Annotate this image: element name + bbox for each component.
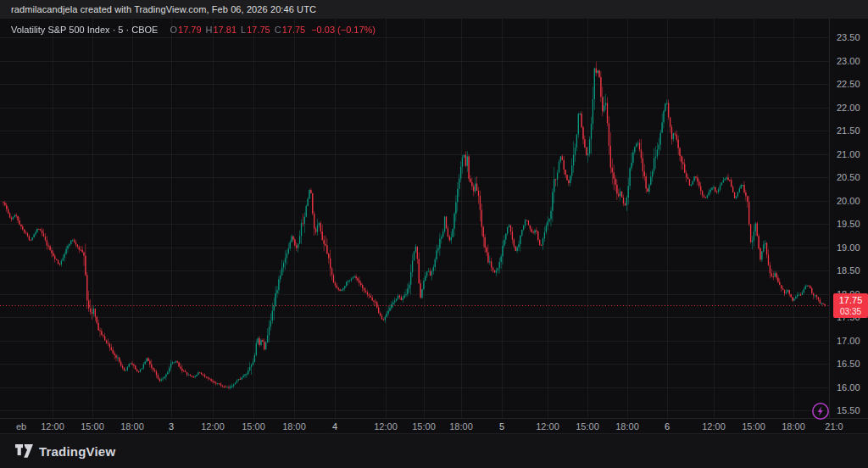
- high-value: 17.81: [214, 25, 237, 35]
- price-axis-label: 23.50: [837, 31, 860, 43]
- time-axis-label: 12:00: [194, 421, 231, 432]
- price-axis-label: 17.00: [837, 335, 860, 347]
- last-price-value: 17.75: [833, 293, 868, 306]
- tradingview-logo[interactable]: TradingView: [15, 443, 115, 460]
- price-axis-label: 21.00: [837, 148, 860, 160]
- time-axis-label: 12:00: [34, 421, 71, 432]
- time-axis-label: 18:00: [114, 421, 151, 432]
- change-value: −0.03 (−0.17%): [311, 25, 376, 35]
- time-axis-label: 18:00: [275, 421, 313, 432]
- chart-legend: Volatility S&P 500 Index · 5 · CBOEO17.7…: [11, 25, 376, 36]
- price-axis-label: 19.50: [837, 218, 860, 230]
- price-axis-label: 16.50: [837, 358, 860, 370]
- price-axis-label: 15.50: [837, 404, 860, 416]
- close-value: 17.75: [282, 25, 306, 35]
- attribution-bar: radmilacandjela created with TradingView…: [0, 0, 868, 19]
- price-axis-label: 23.00: [837, 55, 860, 67]
- low-value: 17.75: [247, 25, 270, 35]
- time-axis-label: 18:00: [609, 421, 646, 432]
- last-price-label: 17.75 03:35: [833, 293, 868, 318]
- attribution-text: radmilacandjela created with TradingView…: [11, 4, 316, 14]
- time-axis-label: 4: [316, 421, 353, 432]
- price-axis-label: 22.00: [837, 102, 860, 114]
- time-axis-label: 21:0: [815, 421, 853, 432]
- time-axis-label: 6: [648, 421, 686, 432]
- price-axis[interactable]: 23.5023.0022.5022.0021.5021.0020.5020.00…: [829, 19, 868, 418]
- price-axis-label: 16.00: [837, 382, 860, 393]
- high-label: H: [206, 25, 213, 35]
- time-axis-label: 12:00: [529, 421, 566, 432]
- open-value: 17.79: [178, 25, 202, 35]
- low-label: L: [241, 25, 246, 35]
- time-axis-label: 15:00: [569, 421, 606, 432]
- time-axis-label: 5: [483, 421, 520, 432]
- price-axis-label: 22.50: [837, 78, 860, 90]
- close-label: C: [275, 25, 281, 35]
- time-axis[interactable]: eb12:0015:0018:00312:0015:0018:00412:001…: [0, 418, 868, 433]
- time-axis-label: 12:00: [695, 421, 732, 432]
- symbol-title[interactable]: Volatility S&P 500 Index · 5 · CBOE: [11, 25, 158, 35]
- time-axis-label: 15:00: [235, 421, 272, 432]
- time-axis-label: 15:00: [405, 421, 442, 432]
- time-axis-label: 12:00: [367, 421, 404, 432]
- tradingview-snapshot: radmilacandjela created with TradingView…: [0, 0, 868, 468]
- time-axis-label: 18:00: [775, 421, 812, 432]
- open-label: O: [170, 25, 177, 35]
- lightning-bolt-icon: [818, 406, 823, 416]
- time-axis-label: 15:00: [735, 421, 772, 432]
- time-axis-label: 18:00: [442, 421, 480, 432]
- price-axis-label: 20.00: [837, 195, 860, 207]
- bar-countdown: 03:35: [833, 306, 868, 317]
- price-axis-label: 18.50: [837, 265, 860, 276]
- price-axis-label: 19.00: [837, 242, 860, 254]
- tradingview-logo-text: TradingView: [39, 444, 115, 459]
- price-axis-label: 21.50: [837, 125, 860, 136]
- time-axis-label: 3: [153, 421, 190, 432]
- price-chart-canvas[interactable]: [0, 19, 829, 418]
- tradingview-logo-icon: [15, 444, 33, 459]
- footer-bar: TradingView: [0, 433, 868, 468]
- time-axis-label: 15:00: [74, 421, 111, 432]
- market-status-icon[interactable]: [811, 402, 830, 421]
- price-axis-label: 20.50: [837, 171, 860, 183]
